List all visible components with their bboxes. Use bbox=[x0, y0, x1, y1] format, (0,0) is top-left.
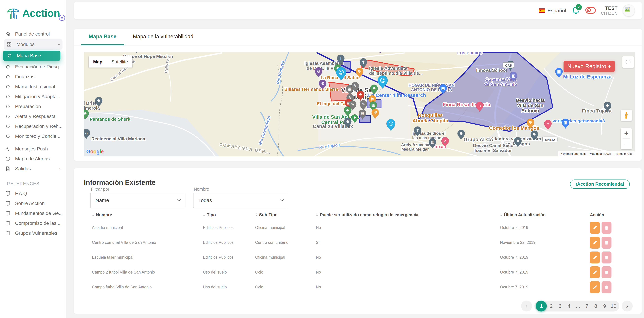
pagination-page-3[interactable]: 3 bbox=[556, 301, 564, 312]
pagination-page-10[interactable]: 10 bbox=[609, 301, 618, 312]
map-label: Grupo ALCA bbox=[464, 137, 493, 142]
sidebar-item-salidas[interactable]: Salidas› bbox=[5, 164, 63, 174]
new-record-button[interactable]: Nuevo Registro + bbox=[564, 61, 615, 72]
sidebar-item-panel-de-control[interactable]: Panel de control bbox=[5, 29, 63, 39]
delete-button[interactable] bbox=[602, 266, 612, 278]
sidebar-section-label: REFERENCES bbox=[7, 181, 63, 186]
zoom-out-button[interactable]: − bbox=[621, 139, 632, 149]
map[interactable]: House of Hope MissionCarr. a YarumelaCal… bbox=[84, 52, 634, 157]
sort-icon[interactable] bbox=[92, 213, 94, 216]
sidebar-item-marco-institucional[interactable]: Marco Institucional bbox=[5, 82, 63, 92]
zoom-control: + − bbox=[621, 128, 632, 149]
user-name: TEST bbox=[601, 5, 618, 11]
delete-button[interactable] bbox=[602, 222, 612, 234]
attribution-item[interactable]: Terms of Use bbox=[613, 151, 634, 157]
pagination-page-...[interactable]: ... bbox=[574, 301, 582, 312]
cell-refugio: No bbox=[316, 285, 500, 290]
header-bar: Español 7 TEST bbox=[74, 2, 642, 19]
delete-icon bbox=[604, 240, 609, 245]
sidebar-item-mapa-base[interactable]: Mapa Base bbox=[3, 51, 60, 61]
table-header-row: NombreTipoSub-TipoPuede ser utilizado co… bbox=[92, 209, 635, 220]
section-title: Información Existente bbox=[84, 179, 156, 186]
svg-text:✝: ✝ bbox=[362, 60, 365, 65]
sort-icon[interactable] bbox=[500, 213, 502, 216]
edit-button[interactable] bbox=[590, 237, 600, 249]
user-info[interactable]: TEST CITIZEN bbox=[601, 5, 618, 16]
sort-icon[interactable] bbox=[203, 213, 205, 216]
sidebar-item-preparacion[interactable]: Preparación bbox=[5, 102, 63, 112]
column-header[interactable]: Sub-Tipo bbox=[255, 212, 316, 217]
fullscreen-button[interactable] bbox=[622, 56, 634, 68]
map-canvas[interactable]: House of Hope MissionCarr. a YarumelaCal… bbox=[84, 52, 634, 157]
sidebar-item-finanzas[interactable]: Finanzas bbox=[5, 72, 63, 82]
pagination-page-8[interactable]: 8 bbox=[591, 301, 600, 312]
cell-refugio: No bbox=[316, 255, 500, 260]
pegman-control[interactable] bbox=[621, 110, 632, 121]
tab-mapa-base[interactable]: Mapa Base bbox=[81, 29, 124, 45]
sidebar-collapse-button[interactable] bbox=[59, 15, 65, 21]
sidebar-item-grupos-vulnerables[interactable]: Grupos Vulnerables bbox=[5, 228, 63, 238]
sort-icon[interactable] bbox=[316, 213, 318, 216]
grid-icon bbox=[6, 42, 12, 47]
pagination-prev-button[interactable]: ‹ bbox=[521, 301, 532, 312]
delete-button[interactable] bbox=[602, 281, 612, 293]
pagination-next-button[interactable]: › bbox=[622, 301, 633, 312]
edit-button[interactable] bbox=[590, 266, 600, 278]
sidebar-item-evaluacion-de-riesgos[interactable]: Evaluación de Riesg... bbox=[5, 62, 63, 72]
svg-text:▦: ▦ bbox=[360, 111, 364, 116]
delete-button[interactable] bbox=[602, 237, 612, 249]
sidebar-nav: Panel de controlMódulos›Mapa BaseEvaluac… bbox=[0, 25, 66, 238]
acction-recommend-button[interactable]: ¡Acction Recomienda! bbox=[570, 179, 630, 189]
language-label: Español bbox=[548, 8, 566, 13]
svg-text:✎: ✎ bbox=[351, 102, 354, 107]
tab-mapa-vulnerabilidad[interactable]: Mapa de la vulnerabilidad bbox=[125, 29, 201, 45]
cell-nombre: Campo futbol Villa de San Antonio bbox=[92, 285, 203, 290]
sidebar-item-mitigacion-y-adaptacion[interactable]: Mitigación y Adapta... bbox=[5, 92, 63, 102]
pagination-page-4[interactable]: 4 bbox=[564, 301, 574, 312]
notifications-button[interactable]: 7 bbox=[571, 6, 580, 15]
sidebar-item-label: Preparación bbox=[15, 104, 41, 109]
sidebar-item-recuperacion-y-rehabilitacion[interactable]: Recuperación y Reh... bbox=[5, 121, 63, 131]
delete-button[interactable] bbox=[602, 252, 612, 264]
attribution-item[interactable]: Map data ©2023 bbox=[588, 151, 613, 157]
svg-text:▦: ▦ bbox=[348, 87, 352, 91]
pagination-page-2[interactable]: 2 bbox=[547, 301, 556, 312]
svg-text:⌂: ⌂ bbox=[85, 131, 88, 135]
sidebar-item-compromiso[interactable]: Compromiso de las ... bbox=[5, 218, 63, 228]
pagination-page-7[interactable]: 7 bbox=[582, 301, 591, 312]
sidebar-item-alerta-y-respuesta[interactable]: Alerta y Respuesta bbox=[5, 112, 63, 121]
language-selector[interactable]: Español bbox=[539, 8, 566, 13]
pagination-page-1[interactable]: 1 bbox=[536, 301, 547, 312]
column-header[interactable]: Última Actualización bbox=[500, 212, 590, 217]
svg-text:⌂: ⌂ bbox=[478, 103, 481, 108]
sidebar-item-faq[interactable]: F.A.Q bbox=[5, 188, 63, 198]
cell-subtipo: Centro comunitario bbox=[255, 240, 316, 245]
zoom-in-button[interactable]: + bbox=[621, 128, 632, 139]
sidebar-item-mapa-de-alertas[interactable]: Mapa de Alertas bbox=[5, 154, 63, 164]
sidebar-item-fundamentos[interactable]: Fundamentos de Ge... bbox=[5, 208, 63, 218]
edit-button[interactable] bbox=[590, 252, 600, 264]
sidebar-item-monitoreo-y-concientizacion[interactable]: Monitoreo y Concie... bbox=[5, 131, 63, 141]
column-header[interactable]: Tipo bbox=[203, 212, 255, 217]
avatar[interactable] bbox=[622, 4, 635, 17]
sidebar-item-mensajes-push[interactable]: Mensajes Push bbox=[5, 144, 63, 154]
map-type-satellite-button[interactable]: Satellite bbox=[107, 56, 132, 68]
edit-button[interactable] bbox=[590, 222, 600, 234]
column-header[interactable]: Puede ser utilizado como refugio de emer… bbox=[316, 212, 500, 217]
sidebar-item-sobre-acction[interactable]: Sobre Acction bbox=[5, 198, 63, 208]
cell-fecha: Noviembre 22, 2019 bbox=[500, 240, 590, 245]
sort-icon[interactable] bbox=[255, 213, 257, 216]
edit-icon bbox=[592, 240, 598, 245]
filter-value: Name bbox=[96, 197, 178, 203]
column-header[interactable]: Nombre bbox=[92, 212, 203, 217]
edit-button[interactable] bbox=[590, 281, 600, 293]
google-logo: Google bbox=[86, 149, 104, 155]
filter-select-1[interactable]: Todas bbox=[193, 193, 288, 208]
attribution-item[interactable]: Keyboard shortcuts bbox=[558, 151, 588, 157]
status-toggle[interactable] bbox=[585, 7, 596, 14]
sidebar-item-modulos[interactable]: Módulos› bbox=[4, 39, 62, 50]
filter-select-0[interactable]: Name bbox=[90, 193, 186, 208]
map-type-map-button[interactable]: Map bbox=[89, 56, 107, 68]
radio-icon bbox=[5, 104, 10, 109]
pagination-page-9[interactable]: 9 bbox=[600, 301, 609, 312]
